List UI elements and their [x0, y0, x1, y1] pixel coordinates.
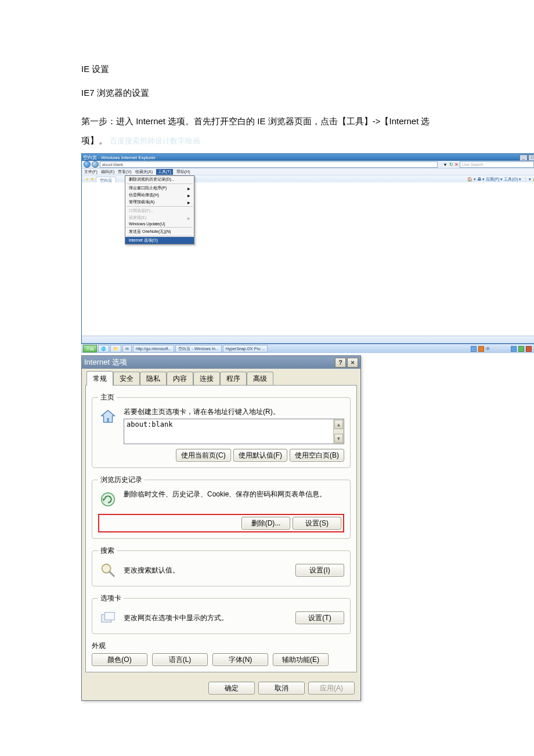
address-field[interactable]: about:blank [100, 161, 438, 168]
group-search: 搜索 更改搜索默认值。 设置(I) [92, 546, 351, 586]
use-blank-button[interactable]: 使用空白页(B) [290, 449, 344, 462]
taskbar-item[interactable]: 🌐 [98, 345, 109, 352]
doc-subtitle: IE7 浏览器的设置 [81, 88, 453, 99]
windows-taskbar: 开始 🌐 📁 ✉ http://go.microsoft... 空白页 - Wi… [81, 344, 534, 353]
taskbar-item[interactable]: HyperSnap-DX Pro ... [223, 345, 268, 352]
search-field[interactable]: Live Search [460, 161, 534, 168]
menu-view[interactable]: 查看(V) [118, 169, 131, 175]
svg-line-5 [110, 572, 114, 577]
taskbar-item[interactable]: 空白页 - Windows In... [175, 345, 221, 352]
tray-lang[interactable]: 中 [486, 346, 490, 352]
tab-privacy[interactable]: 隐私 [140, 372, 167, 386]
tools-subscribe-feed: 订阅该源(F)... [125, 207, 194, 214]
tools-internet-options[interactable]: Internet 选项(O) [125, 237, 194, 244]
group-history-legend: 浏览历史记录 [98, 475, 145, 485]
tab-connections[interactable]: 连接 [193, 372, 220, 386]
group-homepage-legend: 主页 [98, 393, 117, 402]
cancel-button[interactable]: 取消 [258, 682, 305, 694]
taskbar-item[interactable]: 📁 [110, 345, 121, 352]
accessibility-button[interactable]: 辅助功能(E) [273, 653, 329, 666]
tabs-settings-button[interactable]: 设置(T) [295, 611, 344, 624]
homepage-desc: 若要创建主页选项卡，请在各地址行键入地址(R)。 [124, 407, 344, 417]
search-icon [98, 560, 118, 580]
search-settings-button[interactable]: 设置(I) [295, 564, 344, 577]
group-homepage: 主页 若要创建主页选项卡，请在各地址行键入地址(R)。 about:blank … [92, 393, 351, 468]
tray-icon[interactable] [518, 346, 524, 352]
menu-fav[interactable]: 收藏夹(A) [135, 169, 153, 175]
group-tabs: 选项卡 更改网页在选项卡中显示的方式。 设置(T) [92, 593, 351, 634]
tray-icon[interactable] [478, 346, 484, 352]
ok-button[interactable]: 确定 [208, 682, 255, 694]
colors-button[interactable]: 颜色(O) [92, 653, 147, 666]
tab-security[interactable]: 安全 [113, 372, 140, 386]
minimize-button[interactable]: _ [519, 154, 528, 161]
tools-phishing-filter[interactable]: 仿冒网站筛选(H)▶ [125, 192, 194, 199]
doc-title: IE 设置 [81, 64, 453, 75]
maximize-button[interactable]: □ [528, 154, 534, 161]
internet-options-dialog: Internet 选项 ? × 常规 安全 隐私 内容 连接 程序 高级 主页 [81, 355, 361, 701]
tray-icon[interactable] [471, 346, 477, 352]
dialog-tabset: 常规 安全 隐私 内容 连接 程序 高级 [85, 371, 357, 386]
group-tabs-legend: 选项卡 [98, 593, 124, 603]
tools-windows-update[interactable]: Windows Update(U) [125, 221, 194, 226]
homepage-textarea[interactable]: about:blank ▲ ▼ [124, 419, 344, 444]
use-current-button[interactable]: 使用当前页(C) [176, 449, 231, 462]
home-icon [98, 407, 118, 427]
menu-help[interactable]: 帮助(H) [176, 169, 190, 175]
doc-step-1: 第一步：进入 Internet 选项。首先打开空白的 IE 浏览器页面，点击【工… [81, 111, 453, 150]
fonts-button[interactable]: 字体(N) [212, 653, 268, 666]
ie-window-title: 空白页 - Windows Internet Explorer [83, 154, 156, 161]
back-button[interactable] [84, 161, 91, 168]
tools-popup-blocker[interactable]: 弹出窗口阻止程序(P)▶ [125, 185, 194, 192]
history-desc: 删除临时文件、历史记录、Cookie、保存的密码和网页表单信息。 [124, 489, 326, 499]
languages-button[interactable]: 语言(L) [152, 653, 208, 666]
ie-menubar: 文件(F) 编辑(E) 查看(V) 收藏夹(A) 工具(T) 帮助(H) [82, 168, 534, 175]
tools-delete-history[interactable]: 删除浏览的历史记录(D)... [125, 176, 194, 183]
group-appearance: 颜色(O) 语言(L) 字体(N) 辅助功能(E) [92, 653, 351, 666]
homepage-value: about:blank [124, 419, 333, 444]
ie-status-bar [82, 336, 534, 343]
scroll-up-icon[interactable]: ▲ [334, 420, 343, 429]
ie-window: 空白页 - Windows Internet Explorer _ □ × ab… [81, 153, 534, 344]
svg-rect-7 [104, 613, 114, 620]
search-desc: 更改搜索默认值。 [124, 566, 290, 575]
start-button[interactable]: 开始 [83, 345, 97, 352]
doc-step-1-faint: 百度搜索邢帅设计数字绘画 [110, 136, 200, 145]
group-history: 浏览历史记录 删除临时文件、历史记录、Cookie、保存的密码和网页表单信息。 … [92, 475, 351, 539]
tab-programs[interactable]: 程序 [220, 372, 247, 386]
tab-advanced[interactable]: 高级 [247, 372, 273, 386]
use-default-button[interactable]: 使用默认值(F) [233, 449, 287, 462]
dialog-help-button[interactable]: ? [335, 358, 346, 368]
tools-manage-addons[interactable]: 管理加载项(A)▶ [125, 199, 194, 206]
taskbar-item[interactable]: ✉ [122, 345, 132, 352]
history-icon [98, 489, 118, 509]
tabs-icon [98, 608, 118, 628]
history-buttons-highlight: 删除(D)... 设置(S) [98, 514, 344, 532]
command-bar-right[interactable]: 🏠 ▾ 🖶 ▾ 页面(P) ▾ 工具(O) ▾ ❔ ▾ 🔒 ⛶ [467, 177, 534, 182]
group-search-legend: 搜索 [98, 546, 117, 556]
menu-edit[interactable]: 编辑(E) [101, 169, 114, 175]
dialog-close-button[interactable]: × [347, 358, 358, 368]
dialog-footer: 确定 取消 应用(A) [82, 677, 360, 700]
history-settings-button[interactable]: 设置(S) [293, 517, 341, 530]
tab-content[interactable]: 内容 [167, 372, 193, 386]
tab-general[interactable]: 常规 [86, 371, 113, 386]
tools-send-onenote[interactable]: 发送至 OneNote(无)(N) [125, 228, 194, 235]
history-delete-button[interactable]: 删除(D)... [241, 517, 290, 530]
favorites-star-icon[interactable]: ★ [85, 177, 89, 182]
homepage-scrollbar[interactable]: ▲ ▼ [333, 419, 344, 444]
scroll-down-icon[interactable]: ▼ [334, 434, 343, 443]
tray-icon[interactable] [526, 346, 532, 352]
menu-tools[interactable]: 工具(T) [156, 169, 173, 175]
tools-dropdown-menu: 删除浏览的历史记录(D)... 弹出窗口阻止程序(P)▶ 仿冒网站筛选(H)▶ … [125, 175, 194, 244]
favorites-add-icon[interactable]: ✚ [91, 177, 94, 182]
apply-button[interactable]: 应用(A) [308, 682, 355, 694]
dialog-title-text: Internet 选项 [84, 357, 127, 368]
menu-file[interactable]: 文件(F) [84, 169, 98, 175]
ie-titlebar: 空白页 - Windows Internet Explorer _ □ × [82, 154, 534, 161]
tray-icon[interactable] [511, 346, 517, 352]
forward-button[interactable] [92, 161, 99, 168]
tabs-desc: 更改网页在选项卡中显示的方式。 [124, 613, 290, 623]
tools-feed-discovery: 源发现(E)▶ [125, 214, 194, 221]
taskbar-item[interactable]: http://go.microsoft... [133, 345, 174, 352]
